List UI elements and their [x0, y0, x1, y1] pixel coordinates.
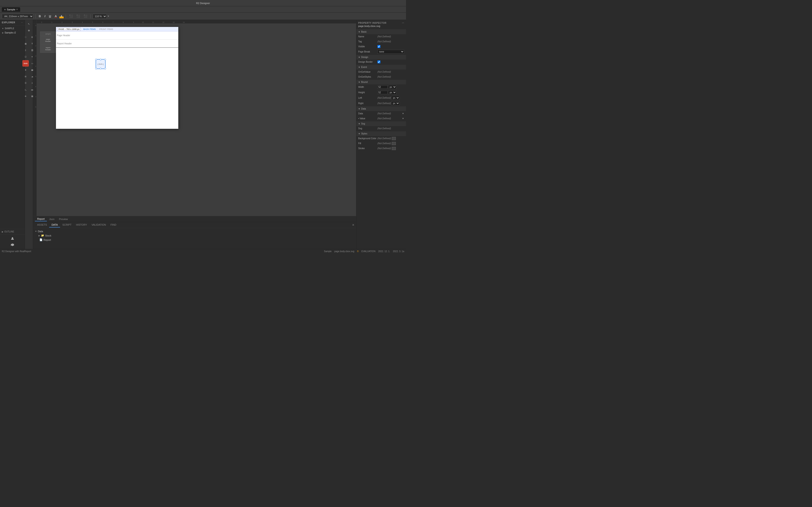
data-section-label-prop: Data	[361, 108, 366, 110]
user-icon[interactable]	[10, 236, 15, 241]
value-expand-icon[interactable]: ▼	[402, 117, 404, 120]
bold-button[interactable]: B	[38, 14, 42, 18]
report-item[interactable]: 📄 Report	[35, 238, 354, 242]
page-break-select[interactable]: none before after	[377, 50, 404, 54]
canvas-scroll[interactable]: [page] pageheader reportheader PAGE – 70…	[37, 23, 356, 216]
align-left-button[interactable]: ⬛	[68, 14, 74, 18]
data-section-header-prop[interactable]: ▼ Data	[356, 106, 406, 111]
stock-item[interactable]: ▶ 📁 Stock	[35, 233, 354, 238]
underline-button[interactable]: U	[48, 14, 52, 18]
prop-section-data: ▼ Data Data (Not Defined) ▼ • Value (Not…	[356, 106, 406, 121]
name-label: Name	[358, 35, 377, 38]
align-center-button[interactable]: ⬛	[75, 14, 81, 18]
status-bar-right: Sample page.body.cbox.svg © EVALUATION 2…	[324, 250, 404, 252]
design-collapse-icon: ▼	[358, 56, 360, 58]
tree-item-sample[interactable]: ◈ Sample.r2	[0, 31, 25, 35]
tab-sample[interactable]: ◈ Sample ✕	[2, 7, 20, 12]
outline-header[interactable]: ▶ OUTLINE	[2, 230, 23, 233]
explorer-more-icon[interactable]: ···	[21, 21, 23, 24]
zoom-arrow[interactable]: ▼	[107, 15, 109, 17]
bg-color-picker[interactable]	[392, 137, 396, 140]
svg-tool-btn[interactable]: SVG	[22, 60, 29, 66]
data-tab[interactable]: DATA	[49, 223, 60, 227]
select-tool-btn[interactable]: ↖	[26, 21, 32, 27]
report-header-section: Report Header	[56, 40, 178, 48]
sample-section[interactable]: ▼ SAMPLE	[0, 26, 25, 31]
json-tab[interactable]: Json	[47, 217, 57, 221]
diag-tool-btn[interactable]: ◺	[22, 87, 29, 93]
page-header-label[interactable]: pageheader	[40, 36, 56, 44]
panel-close-icon[interactable]: ✕	[352, 223, 354, 227]
svg-collapse-icon: ▼	[358, 123, 360, 125]
svg-section-header[interactable]: ▼ Svg	[356, 121, 406, 126]
height-unit-select[interactable]: px%	[388, 91, 397, 94]
cross2-tool-btn[interactable]: ⊕	[22, 93, 29, 99]
tab-close-icon[interactable]: ✕	[16, 8, 18, 11]
width-input[interactable]	[377, 85, 388, 89]
validation-tab[interactable]: VALIDATION	[89, 223, 108, 227]
styles-collapse-icon: ▼	[358, 133, 360, 135]
design-section-header[interactable]: ▼ Design	[356, 55, 406, 60]
front-items-btn[interactable]: FRONT ITEMS	[98, 28, 114, 30]
handle-tm[interactable]	[100, 59, 101, 60]
svg-element[interactable]: [ SVG ]	[96, 59, 106, 69]
height-input[interactable]	[377, 91, 388, 94]
history-tab[interactable]: HISTORY	[73, 223, 89, 227]
height-control: px%	[377, 91, 397, 94]
handle-br[interactable]	[104, 68, 106, 69]
rect-tool-btn[interactable]: □	[22, 34, 29, 40]
data-expand-icon[interactable]: ▼	[402, 112, 404, 115]
star-tool-btn[interactable]: ★	[22, 67, 29, 73]
basic-section-header[interactable]: ▼ Basic	[356, 30, 406, 34]
handle-tl[interactable]	[95, 59, 97, 60]
event-section-header[interactable]: ▼ Event	[356, 65, 406, 69]
script-tab[interactable]: SCRIPT	[60, 223, 73, 227]
bound-label: Bound	[361, 81, 368, 83]
prop-svg: Svg (Not Defined)	[356, 126, 406, 131]
file-name: Sample.r2	[5, 31, 16, 34]
right-unit-select[interactable]: px	[391, 101, 400, 105]
sum-tool-btn[interactable]: Σ	[22, 47, 29, 53]
bound-section-header[interactable]: ▼ Bound	[356, 80, 406, 84]
design-border-checkbox[interactable]	[377, 60, 380, 63]
body-section[interactable]: [ SVG ]	[56, 48, 178, 129]
checkbox-tool-btn[interactable]: ☑	[22, 54, 29, 60]
zoom-select[interactable]: 110 % 100 % 75 % 50 %	[93, 14, 107, 19]
page-layout: [page] pageheader reportheader PAGE – 70…	[40, 27, 353, 129]
prop-more-icon[interactable]: ···	[402, 22, 404, 24]
handle-bl[interactable]	[95, 68, 97, 69]
table-tool-btn[interactable]: ▦	[22, 41, 29, 47]
grid-tool-btn[interactable]: ⊞	[22, 73, 29, 80]
preview-tab[interactable]: Preview	[57, 217, 70, 221]
italic-button[interactable]: I	[43, 14, 46, 18]
page-label[interactable]: [page]	[40, 32, 56, 36]
visible-checkbox[interactable]	[377, 45, 380, 48]
bg-color-button[interactable]: A	[59, 14, 64, 18]
section-labels: [page] pageheader reportheader	[40, 32, 56, 129]
data-value: (Not Defined)	[377, 112, 401, 115]
handle-bm[interactable]	[100, 68, 101, 69]
tab-bar: ◈ Sample ✕	[0, 6, 406, 13]
report-header-label[interactable]: reportheader	[40, 45, 56, 53]
align-right-button[interactable]: ⬛	[83, 14, 88, 18]
font-color-button[interactable]: A	[53, 14, 58, 18]
move-tool-btn[interactable]: ✥	[26, 27, 32, 34]
find-tab[interactable]: FIND	[108, 223, 119, 227]
settings-icon[interactable]	[10, 242, 15, 247]
report-tab[interactable]: Report	[35, 217, 47, 221]
fill-color-picker[interactable]	[392, 142, 396, 145]
stroke-color-picker[interactable]	[392, 147, 396, 150]
width-unit-select[interactable]: px%	[388, 85, 397, 89]
styles-section-header[interactable]: ▼ Styles	[356, 131, 406, 136]
list-tool-btn[interactable]: ☰	[22, 80, 29, 86]
assets-tab[interactable]: ASSETS	[35, 223, 49, 227]
handle-tr[interactable]	[104, 59, 106, 60]
data-section-header[interactable]: ▼ Data	[35, 229, 354, 233]
styles-section-label: Styles	[361, 132, 367, 135]
data-control: (Not Defined) ▼	[377, 112, 404, 115]
left-unit-select[interactable]: px	[391, 96, 400, 100]
fill-control: (Not Defined)	[377, 142, 396, 145]
page-size-select[interactable]: A4, 210mm x 297mm	[2, 14, 33, 19]
back-items-btn[interactable]: BACK ITEMS	[83, 28, 97, 30]
prop-section-styles: ▼ Styles Background Color (Not Defined) …	[356, 131, 406, 151]
